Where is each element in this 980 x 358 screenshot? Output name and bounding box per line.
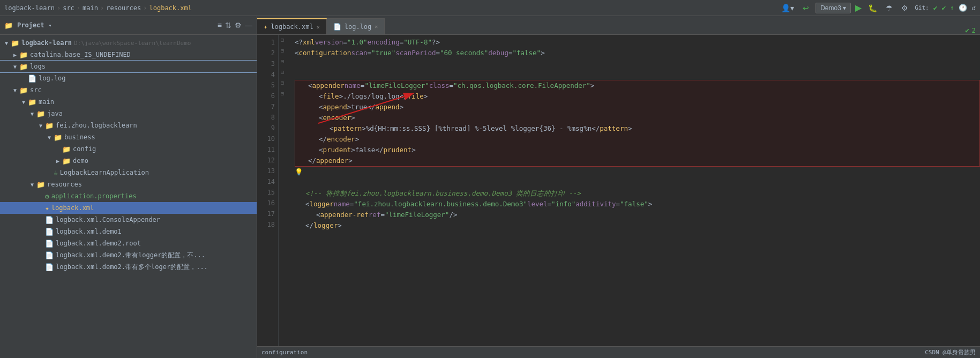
appender-box: <appender name="limeFileLogger" class="c… (295, 80, 980, 167)
package-folder-icon: 📁 (45, 122, 54, 130)
java-folder-icon: 📁 (36, 110, 45, 118)
tree-item-demo2multi[interactable]: 📄 logback.xml.demo2.带有多个loger的配置，... (0, 261, 257, 273)
check-indicator: ✔ 2 (965, 26, 976, 34)
arrow-down-icon-main: ▼ (19, 99, 28, 105)
csdn-credit: CSDN @单身贵族男 (925, 348, 976, 356)
root-path: D:\java\workSpace-learn\learnDemo (74, 40, 191, 47)
tree-item-main[interactable]: ▼ 📁 main (0, 96, 257, 108)
tree-item-resources[interactable]: ▼ 📁 resources (0, 178, 257, 190)
demo2logger-label: logback.xml.demo2.带有logger的配置，不... (56, 251, 205, 260)
tree-item-package[interactable]: ▼ 📁 fei.zhou.logbacklearn (0, 120, 257, 131)
config-folder-icon: 📁 (62, 145, 71, 153)
code-line-16: <logger name="fei.zhou.logbacklearn.busi… (295, 199, 980, 210)
back-button[interactable]: ↩ (801, 3, 811, 13)
src-folder-icon: 📁 (19, 86, 28, 94)
top-bar: logback-learn › src › main › resources ›… (0, 0, 980, 16)
appprop-label: application.properties (51, 192, 137, 200)
code-line-2: <configuration scan="true" scanPeriod="6… (295, 48, 980, 58)
logbackxml-label: logback.xml (51, 204, 94, 212)
tree-item-demo1[interactable]: 📄 logback.xml.demo1 (0, 226, 257, 237)
tree-item-demo2root[interactable]: 📄 logback.xml.demo2.root (0, 237, 257, 249)
git-check2: ✔ (942, 4, 946, 12)
code-line-1: <?xml version="1.0" encoding="UTF-8"?> (295, 37, 980, 48)
tree-item-app[interactable]: ☕ LogbackLearnApplication (0, 167, 257, 178)
root-label: logback-learn (21, 39, 72, 47)
git-label: Git: (915, 4, 929, 11)
tree-item-java[interactable]: ▼ 📁 java (0, 108, 257, 120)
tab-xml-icon: ✦ (264, 23, 267, 31)
tree-item-config[interactable]: 📁 config (0, 143, 257, 155)
tree-item-catalina[interactable]: ▶ 📁 catalina.base_IS_UNDEFINED (0, 49, 257, 61)
code-line-8: <encoder> (295, 113, 979, 123)
tree-item-appprop[interactable]: ⚙ application.properties (0, 190, 257, 202)
app-java-icon: ☕ (54, 169, 58, 177)
tab-loglog[interactable]: 📄 log.log ✕ (327, 18, 385, 34)
fold-gutter: ⊟ ⊟ ⊟ ⊟ ⊟ ⊟ (279, 35, 286, 346)
breadcrumb: logback-learn › src › main › resources ›… (4, 4, 192, 12)
root-folder-icon: 📁 (11, 39, 19, 47)
arrow-down-icon-res: ▼ (28, 182, 36, 188)
resources-folder-icon: 📁 (36, 181, 45, 189)
minimize-button[interactable]: — (245, 21, 252, 29)
arrow-down-icon-logs: ▼ (11, 64, 19, 70)
settings-button[interactable]: ⚙ (899, 3, 910, 13)
collapse-all-button[interactable]: ≡ (218, 21, 222, 29)
tree-item-logbackxml[interactable]: ✦ logback.xml (0, 202, 257, 214)
demo-folder-icon: 📁 (62, 157, 71, 165)
app-label: LogbackLearnApplication (60, 169, 149, 176)
demo2multi-label: logback.xml.demo2.带有多个loger的配置，... (56, 263, 208, 272)
status-text: configuration (261, 349, 308, 356)
logs-label: logs (30, 63, 46, 70)
check-count: 2 (971, 26, 976, 34)
code-area[interactable]: <?xml version="1.0" encoding="UTF-8"?> <… (286, 35, 980, 346)
editor-content: 1 2 3 4 5 6 7 8 9 10 11 12 13 14 15 16 1… (257, 35, 980, 346)
code-line-10: </encoder> (295, 134, 979, 145)
arrow-right-icon: ▶ (11, 52, 19, 58)
breadcrumb-item-3: main (83, 4, 98, 12)
gear-button[interactable]: ⚙ (235, 21, 242, 29)
code-line-11: <prudent>false</prudent> (295, 145, 979, 155)
demo2root-icon: 📄 (45, 240, 54, 248)
tree-item-demo[interactable]: ▶ 📁 demo (0, 155, 257, 167)
debug-button[interactable]: 🐛 (866, 3, 879, 13)
tab-close-xml[interactable]: ✕ (317, 24, 320, 30)
avatar-button[interactable]: 👤▾ (779, 3, 796, 13)
main-folder-icon: 📁 (28, 98, 36, 106)
demo-dropdown[interactable]: Demo3 ▾ (816, 3, 851, 13)
tree-item-demo2logger[interactable]: 📄 logback.xml.demo2.带有logger的配置，不... (0, 249, 257, 261)
tree-item-src[interactable]: ▼ 📁 src (0, 84, 257, 96)
breadcrumb-item-4: resources (106, 4, 141, 12)
git-arrow-up: ↑ (950, 4, 954, 12)
code-line-18: </logger> (295, 220, 980, 231)
sidebar-folder-icon: 📁 (4, 21, 13, 29)
line-numbers: 1 2 3 4 5 6 7 8 9 10 11 12 13 14 15 16 1… (257, 35, 279, 346)
demo-label: demo (73, 157, 88, 165)
xml-icon: ✦ (45, 204, 49, 212)
tab-bar: ✦ logback.xml ✕ 📄 log.log ✕ ✔ 2 (257, 16, 980, 35)
sidebar-header: 📁 Project ▾ ≡ ⇅ ⚙ — (0, 16, 257, 35)
code-line-6: <file>./logs/log.log</file> (295, 91, 979, 102)
arrow-down-icon-pkg: ▼ (36, 123, 45, 129)
scroll-to-button[interactable]: ⇅ (225, 21, 231, 29)
sidebar-dropdown-icon: ▾ (49, 23, 52, 28)
prop-icon: ⚙ (45, 192, 49, 200)
tree-item-logs[interactable]: ▼ 📁 logs (0, 61, 257, 72)
tree-item-console[interactable]: 📄 logback.xml.ConsoleAppender (0, 214, 257, 226)
tree-item-business[interactable]: ▼ 📁 business (0, 131, 257, 143)
lightbulb-icon[interactable]: 💡 (295, 167, 303, 177)
git-check1: ✔ (933, 4, 938, 12)
src-label: src (30, 86, 42, 94)
catalina-folder-icon: 📁 (19, 51, 28, 59)
run-button[interactable]: ▶ (855, 3, 862, 13)
tab-close-log[interactable]: ✕ (375, 24, 378, 29)
tab-log-icon: 📄 (333, 23, 341, 31)
arrow-right-icon-demo: ▶ (54, 158, 62, 164)
code-line-7: <append>true</append> (295, 102, 979, 113)
coverage-button[interactable]: ☂ (884, 3, 895, 13)
tab-logbackxml[interactable]: ✦ logback.xml ✕ (257, 18, 327, 34)
tree-item-root[interactable]: ▼ 📁 logback-learn D:\java\workSpace-lear… (0, 37, 257, 49)
arrow-down-icon-biz: ▼ (45, 135, 54, 140)
config-label: config (73, 145, 96, 153)
tree-item-loglog[interactable]: 📄 log.log (0, 72, 257, 84)
log-file-icon: 📄 (28, 74, 36, 83)
